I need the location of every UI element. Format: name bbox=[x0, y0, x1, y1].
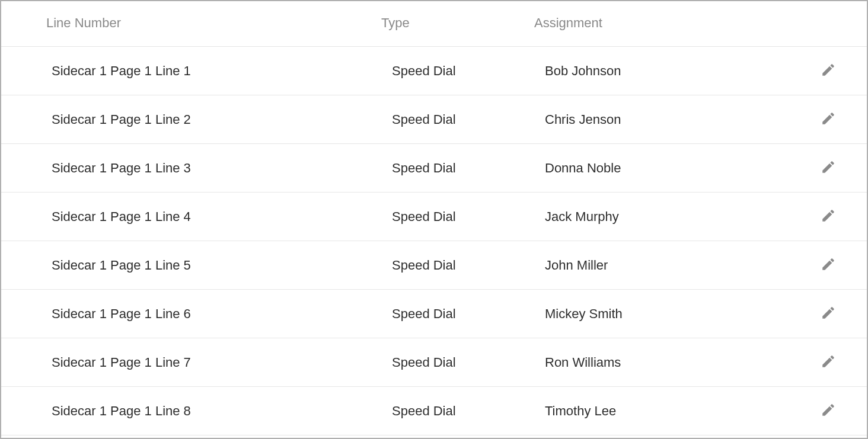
pencil-icon bbox=[821, 208, 836, 225]
cell-assignment: Ron Williams bbox=[545, 355, 813, 370]
cell-line-number: Sidecar 1 Page 1 Line 2 bbox=[52, 112, 392, 127]
edit-button[interactable] bbox=[818, 303, 838, 325]
table-row: Sidecar 1 Page 1 Line 9Speed DialZack Da… bbox=[1, 435, 867, 439]
cell-line-number: Sidecar 1 Page 1 Line 4 bbox=[52, 209, 392, 225]
cell-action bbox=[813, 351, 843, 373]
table-row: Sidecar 1 Page 1 Line 3Speed DialDonna N… bbox=[1, 144, 867, 193]
cell-assignment: Donna Noble bbox=[545, 161, 813, 176]
table-row: Sidecar 1 Page 1 Line 2Speed DialChris J… bbox=[1, 95, 867, 144]
cell-type: Speed Dial bbox=[392, 258, 545, 273]
cell-action bbox=[813, 60, 843, 82]
cell-action bbox=[813, 254, 843, 276]
table-row: Sidecar 1 Page 1 Line 4Speed DialJack Mu… bbox=[1, 193, 867, 241]
cell-type: Speed Dial bbox=[392, 161, 545, 176]
edit-button[interactable] bbox=[818, 108, 838, 130]
cell-line-number: Sidecar 1 Page 1 Line 5 bbox=[52, 258, 392, 273]
edit-button[interactable] bbox=[818, 400, 838, 422]
cell-type: Speed Dial bbox=[392, 306, 545, 322]
cell-type: Speed Dial bbox=[392, 63, 545, 79]
line-assignment-panel: Line Number Type Assignment Sidecar 1 Pa… bbox=[0, 0, 868, 439]
table-row: Sidecar 1 Page 1 Line 7Speed DialRon Wil… bbox=[1, 338, 867, 387]
header-assignment: Assignment bbox=[534, 15, 813, 31]
cell-line-number: Sidecar 1 Page 1 Line 6 bbox=[52, 306, 392, 322]
edit-button[interactable] bbox=[818, 157, 838, 179]
cell-assignment: Mickey Smith bbox=[545, 306, 813, 322]
table-row: Sidecar 1 Page 1 Line 5Speed DialJohn Mi… bbox=[1, 241, 867, 290]
cell-type: Speed Dial bbox=[392, 355, 545, 370]
line-assignment-table: Line Number Type Assignment Sidecar 1 Pa… bbox=[1, 1, 867, 439]
pencil-icon bbox=[821, 402, 836, 419]
cell-action bbox=[813, 108, 843, 130]
pencil-icon bbox=[821, 257, 836, 274]
table-row: Sidecar 1 Page 1 Line 6Speed DialMickey … bbox=[1, 290, 867, 338]
header-line-number: Line Number bbox=[46, 15, 381, 31]
table-row: Sidecar 1 Page 1 Line 1Speed DialBob Joh… bbox=[1, 47, 867, 95]
pencil-icon bbox=[821, 62, 836, 79]
edit-button[interactable] bbox=[818, 206, 838, 227]
cell-type: Speed Dial bbox=[392, 403, 545, 419]
edit-button[interactable] bbox=[818, 254, 838, 276]
cell-action bbox=[813, 303, 843, 325]
cell-type: Speed Dial bbox=[392, 112, 545, 127]
edit-button[interactable] bbox=[818, 351, 838, 373]
cell-line-number: Sidecar 1 Page 1 Line 3 bbox=[52, 161, 392, 176]
cell-assignment: Bob Johnson bbox=[545, 63, 813, 79]
cell-assignment: Jack Murphy bbox=[545, 209, 813, 225]
cell-assignment: John Miller bbox=[545, 258, 813, 273]
header-type: Type bbox=[381, 15, 534, 31]
pencil-icon bbox=[821, 354, 836, 371]
cell-type: Speed Dial bbox=[392, 209, 545, 225]
pencil-icon bbox=[821, 111, 836, 128]
cell-action bbox=[813, 157, 843, 179]
table-body: Sidecar 1 Page 1 Line 1Speed DialBob Joh… bbox=[1, 47, 867, 439]
cell-line-number: Sidecar 1 Page 1 Line 7 bbox=[52, 355, 392, 370]
cell-action bbox=[813, 400, 843, 422]
cell-assignment: Chris Jenson bbox=[545, 112, 813, 127]
cell-line-number: Sidecar 1 Page 1 Line 8 bbox=[52, 403, 392, 419]
table-row: Sidecar 1 Page 1 Line 8Speed DialTimothy… bbox=[1, 387, 867, 435]
cell-line-number: Sidecar 1 Page 1 Line 1 bbox=[52, 63, 392, 79]
edit-button[interactable] bbox=[818, 60, 838, 82]
cell-action bbox=[813, 206, 843, 227]
pencil-icon bbox=[821, 305, 836, 322]
pencil-icon bbox=[821, 159, 836, 177]
table-header-row: Line Number Type Assignment bbox=[1, 1, 867, 47]
cell-assignment: Timothy Lee bbox=[545, 403, 813, 419]
